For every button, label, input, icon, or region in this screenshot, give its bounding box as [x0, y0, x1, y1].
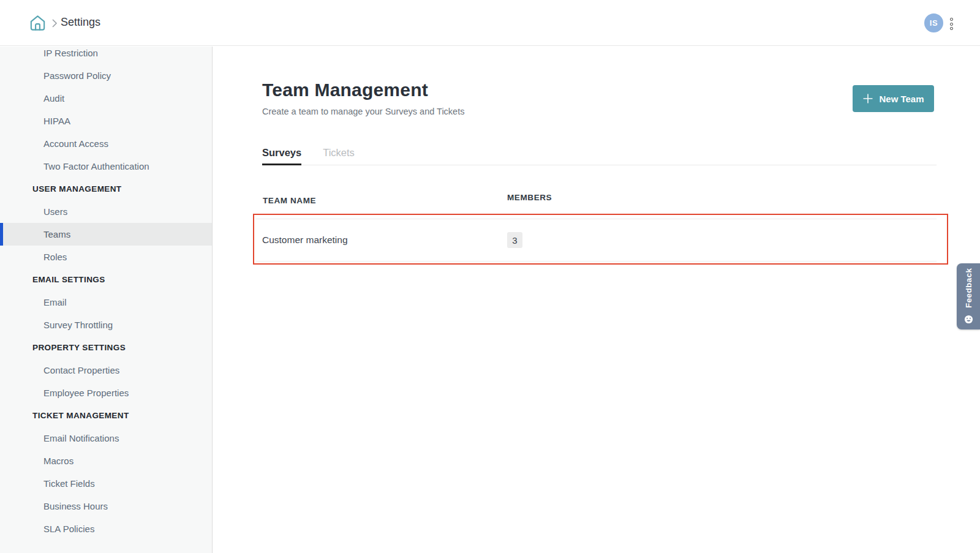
tab-tickets[interactable]: Tickets	[323, 146, 355, 165]
sidebar-item-account-access[interactable]: Account Access	[0, 132, 212, 155]
sidebar-item-email[interactable]: Email	[0, 291, 212, 314]
feedback-tab-label: Feedback	[964, 263, 973, 315]
sidebar-item-ticket-fields[interactable]: Ticket Fields	[0, 472, 212, 495]
team-row[interactable]: Customer marketing3	[256, 219, 937, 261]
sidebar-item-contact-properties[interactable]: Contact Properties	[0, 359, 212, 382]
breadcrumb-chevron-icon	[51, 18, 58, 28]
sidebar-item-teams[interactable]: Teams	[0, 223, 212, 246]
sidebar-item-ip-restriction[interactable]: IP Restriction	[0, 47, 212, 64]
members-count-badge: 3	[507, 232, 522, 248]
sidebar-item-macros[interactable]: Macros	[0, 450, 212, 472]
new-team-button-label: New Team	[879, 94, 924, 104]
sidebar-section-header: TICKET MANAGEMENT	[0, 404, 212, 427]
sidebar-item-audit[interactable]: Audit	[0, 87, 212, 110]
sidebar-item-hipaa[interactable]: HIPAA	[0, 110, 212, 132]
smiley-icon	[964, 315, 973, 324]
home-button[interactable]	[28, 13, 47, 32]
sidebar-item-password-policy[interactable]: Password Policy	[0, 64, 212, 87]
settings-sidebar: IP RestrictionPassword PolicyAuditHIPAAA…	[0, 47, 213, 553]
kebab-menu-icon[interactable]	[948, 18, 955, 30]
sidebar-item-business-hours[interactable]: Business Hours	[0, 495, 212, 517]
column-header-team-name: TEAM NAME	[263, 196, 316, 205]
sidebar-item-survey-throttling[interactable]: Survey Throttling	[0, 314, 212, 336]
tab-surveys[interactable]: Surveys	[262, 146, 301, 165]
app-root: Settings IS IP RestrictionPassword Polic…	[0, 0, 980, 553]
sidebar-item-employee-properties[interactable]: Employee Properties	[0, 382, 212, 404]
sidebar-item-roles[interactable]: Roles	[0, 246, 212, 268]
sidebar-nav: IP RestrictionPassword PolicyAuditHIPAAA…	[0, 47, 212, 540]
tab-bar-rule	[262, 165, 937, 165]
sidebar-section-header: PROPERTY SETTINGS	[0, 336, 212, 359]
new-team-button[interactable]: New Team	[853, 85, 934, 112]
main-content	[213, 47, 980, 553]
team-name-cell: Customer marketing	[262, 235, 348, 246]
avatar[interactable]: IS	[924, 13, 943, 32]
feedback-tab[interactable]: Feedback	[957, 263, 980, 329]
home-icon	[28, 13, 47, 32]
sidebar-item-sla-policies[interactable]: SLA Policies	[0, 517, 212, 540]
column-header-members: MEMBERS	[507, 193, 552, 202]
sidebar-item-two-factor-authentication[interactable]: Two Factor Authentication	[0, 155, 212, 178]
page-title: Team Management	[262, 80, 428, 100]
sidebar-section-header: USER MANAGEMENT	[0, 178, 212, 200]
sidebar-section-header: EMAIL SETTINGS	[0, 268, 212, 291]
sidebar-item-email-notifications[interactable]: Email Notifications	[0, 427, 212, 450]
tab-bar: SurveysTickets	[262, 146, 355, 165]
topbar: Settings IS	[0, 0, 980, 46]
page-subtitle: Create a team to manage your Surveys and…	[262, 107, 464, 116]
plus-icon	[862, 93, 873, 104]
sidebar-item-users[interactable]: Users	[0, 200, 212, 223]
breadcrumb[interactable]: Settings	[61, 16, 100, 29]
